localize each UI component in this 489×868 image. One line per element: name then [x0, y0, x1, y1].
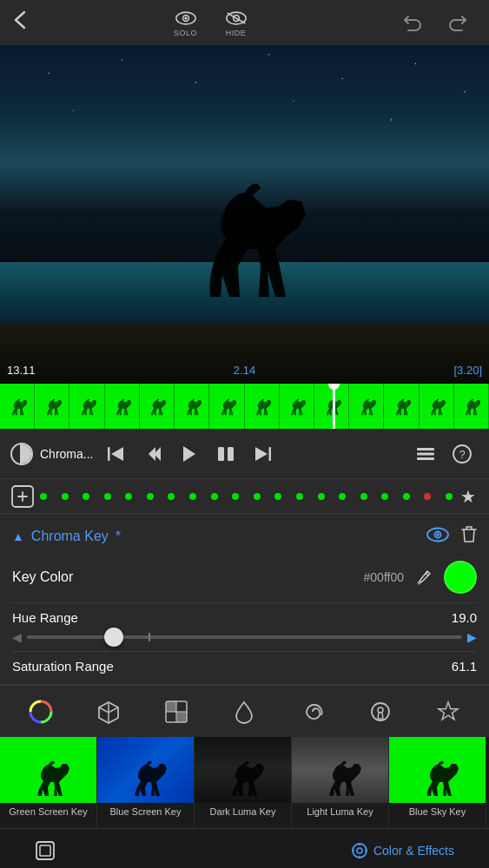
svg-rect-6	[108, 447, 110, 461]
color-effects-label: Color & Effects	[373, 844, 454, 858]
timeline-frame	[209, 384, 244, 429]
keyframe-dot[interactable]	[189, 493, 196, 500]
timeline-frame	[384, 384, 419, 429]
step-back-button[interactable]	[136, 437, 169, 470]
chroma-header: ▲ Chroma Key *	[12, 521, 477, 552]
keyframe-dot[interactable]	[83, 493, 89, 500]
keyframe-dot[interactable]	[360, 493, 367, 500]
color-swatch[interactable]	[444, 561, 477, 594]
svg-rect-28	[40, 845, 50, 856]
keyframe-dot[interactable]	[104, 493, 111, 500]
keyframe-dot[interactable]	[296, 493, 303, 500]
svg-point-2	[184, 16, 187, 19]
skip-to-end-button[interactable]	[246, 437, 279, 470]
timestamp-left: 13.11	[7, 364, 36, 377]
saturation-range-section: Saturation Range 61.1	[12, 652, 477, 677]
keyframe-dot[interactable]	[318, 493, 325, 500]
timeline-frames: // Will be rendered below	[0, 384, 489, 429]
redo-button[interactable]	[442, 6, 475, 39]
svg-rect-10	[417, 448, 434, 450]
skip-to-start-button[interactable]	[100, 437, 133, 470]
svg-rect-11	[417, 452, 434, 455]
timeline-frame	[245, 384, 280, 429]
svg-point-29	[353, 844, 367, 858]
keyframe-dot[interactable]	[147, 493, 154, 500]
keyframe-dot[interactable]	[403, 493, 410, 500]
preset-item[interactable]: Blue Sky Key	[389, 737, 486, 828]
chroma-delete-button[interactable]	[461, 525, 477, 548]
solo-button[interactable]: SOLO	[173, 9, 199, 37]
svg-rect-7	[218, 447, 224, 461]
timeline-frame	[69, 384, 104, 429]
chroma-key-title: Chroma Key	[31, 529, 109, 544]
svg-rect-27	[36, 842, 54, 859]
svg-text:?: ?	[459, 448, 465, 461]
hide-label: HIDE	[226, 29, 247, 37]
keyframe-dot[interactable]	[125, 493, 132, 500]
frame-nav-button[interactable]	[35, 840, 56, 861]
cube-effect-button[interactable]	[91, 694, 126, 729]
preset-item[interactable]: Light Luma Key	[292, 737, 389, 828]
keyframe-dot[interactable]	[446, 493, 453, 500]
timeline-playhead[interactable]	[333, 384, 335, 429]
keyframe-dot[interactable]	[62, 493, 69, 500]
svg-rect-23	[176, 712, 187, 722]
star-effect-button[interactable]	[431, 694, 466, 729]
preset-item[interactable]: Dark Luma Key	[195, 737, 292, 828]
spiral-effect-button[interactable]	[295, 694, 330, 729]
timestamp-right: [3.20]	[453, 364, 482, 377]
preset-label: Green Screen Key	[9, 806, 88, 817]
timeline-frame	[420, 384, 454, 429]
timeline-strip[interactable]: // Will be rendered below	[0, 384, 489, 429]
play-button[interactable]	[173, 437, 206, 470]
eyedropper-button[interactable]	[414, 568, 433, 587]
hue-decrease-button[interactable]: ◀	[12, 630, 22, 644]
color-effects-nav-button[interactable]: Color & Effects	[351, 842, 454, 859]
hue-slider-thumb[interactable]	[104, 628, 123, 647]
preset-item[interactable]: Green Screen Key	[0, 737, 97, 828]
timeline-frame	[175, 384, 209, 429]
chroma-visibility-button[interactable]	[426, 527, 449, 546]
back-button[interactable]	[14, 10, 26, 35]
collapse-chroma-button[interactable]: ▲	[12, 529, 24, 543]
key-color-label: Key Color	[12, 569, 73, 585]
hide-button[interactable]: HIDE	[223, 9, 249, 37]
droplet-effect-button[interactable]	[227, 694, 261, 729]
pause-button[interactable]	[209, 437, 242, 470]
keyhole-effect-button[interactable]	[363, 694, 398, 729]
favorite-button[interactable]: ★	[456, 484, 480, 509]
keyframe-dot[interactable]	[168, 493, 175, 500]
saturation-range-label: Saturation Range	[12, 659, 114, 674]
help-button[interactable]: ?	[446, 437, 479, 470]
clip-menu-button[interactable]	[409, 437, 442, 470]
preset-item[interactable]: Blue Screen Key	[97, 737, 195, 828]
keyframe-dot[interactable]	[274, 493, 281, 500]
grid-effect-button[interactable]	[159, 694, 194, 729]
preset-thumb	[97, 737, 194, 803]
hue-range-section: Hue Range 19.0 ◀ ▶	[12, 603, 477, 652]
preset-label: Dark Luma Key	[210, 806, 276, 817]
keyframe-dot[interactable]	[424, 493, 431, 500]
keyframe-dot[interactable]	[254, 493, 261, 500]
preset-thumb	[292, 737, 388, 803]
svg-point-26	[378, 707, 383, 713]
keyframe-dot[interactable]	[339, 493, 346, 500]
chroma-key-section: ▲ Chroma Key * Key Color #00ff00	[0, 514, 489, 685]
color-effect-button[interactable]	[23, 694, 58, 729]
keyframe-dot[interactable]	[381, 493, 388, 500]
bottom-nav: Color & Effects	[0, 828, 489, 868]
key-color-row: Key Color #00ff00	[12, 552, 477, 603]
keyframe-dot[interactable]	[232, 493, 239, 500]
keyframe-dot[interactable]	[40, 493, 47, 500]
solo-label: SOLO	[174, 29, 197, 37]
controls-bar: Chroma...	[0, 429, 489, 479]
preset-label: Blue Screen Key	[110, 806, 182, 817]
timeline-frame	[140, 384, 175, 429]
horse-silhouette	[158, 175, 332, 314]
undo-button[interactable]	[395, 6, 428, 39]
add-keyframe-button[interactable]	[9, 483, 36, 510]
keyframe-dot[interactable]	[211, 493, 218, 500]
hue-slider-track[interactable]	[27, 635, 462, 639]
hue-increase-button[interactable]: ▶	[467, 630, 477, 644]
chroma-key-asterisk: *	[116, 529, 121, 544]
